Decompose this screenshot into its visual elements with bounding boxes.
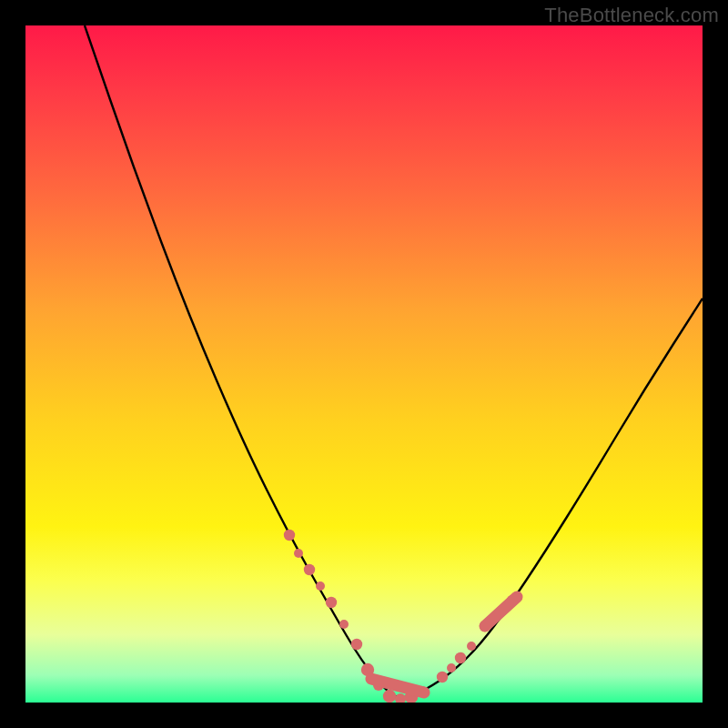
plot-area: [25, 25, 703, 703]
chart-frame: TheBottleneck.com: [0, 0, 728, 728]
watermark-text: TheBottleneck.com: [544, 4, 719, 27]
heat-gradient-background: [25, 25, 703, 703]
